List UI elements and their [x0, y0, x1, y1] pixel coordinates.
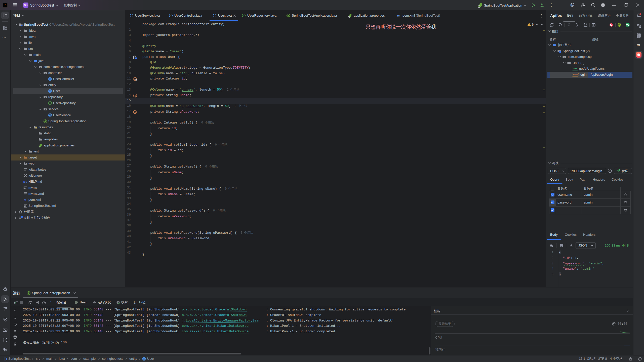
svg-text:C: C [49, 77, 51, 80]
svg-text:C: C [214, 14, 216, 17]
svg-text:m: m [397, 14, 400, 18]
svg-text:M: M [23, 180, 25, 183]
svg-text:a: a [134, 78, 135, 81]
svg-text:C: C [143, 358, 145, 360]
svg-text:C: C [49, 90, 51, 92]
svg-text:C: C [170, 14, 172, 17]
svg-text:a: a [134, 95, 136, 97]
svg-text:I: I [244, 14, 244, 17]
svg-text:a: a [134, 111, 136, 113]
svg-text:m: m [24, 198, 26, 202]
svg-text:I: I [50, 102, 51, 104]
svg-text:C: C [131, 14, 133, 17]
svg-text:C: C [49, 114, 51, 116]
